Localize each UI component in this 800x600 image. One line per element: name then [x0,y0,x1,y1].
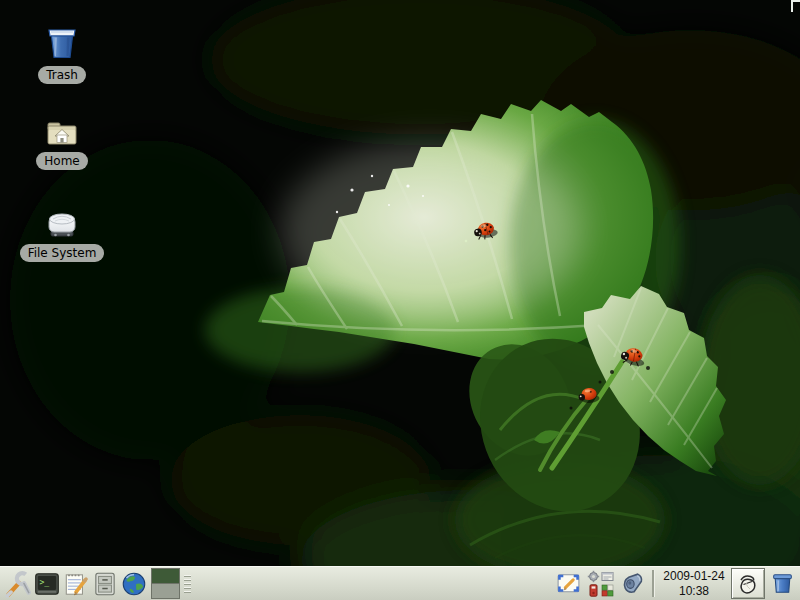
xfce-mouse-icon [735,571,761,597]
svg-text:>_: >_ [39,578,49,587]
gear-icon [587,570,600,583]
workspace-inactive[interactable] [152,584,179,598]
file-manager-launcher[interactable] [90,568,119,599]
workspace-switcher[interactable] [151,568,180,599]
clock-time: 10:38 [662,584,726,599]
notes-icon [555,570,582,597]
desktop-icon-label: Trash [38,66,86,84]
volume-tray-button[interactable] [618,568,647,599]
system-tray [587,570,614,597]
desktop-icon-label: File System [20,244,105,262]
speaker-icon [619,570,646,597]
tray-gear-button[interactable] [587,570,600,583]
tray-device-button[interactable] [587,584,600,597]
tray-monitor-button[interactable] [601,570,614,583]
terminal-icon: >_ [33,570,61,598]
text-editor-launcher[interactable] [61,568,90,599]
panel-right-group: 2009-01-24 10:38 [554,567,797,600]
panel-handle[interactable] [184,575,191,593]
desktop-icon-home[interactable]: Home [27,118,97,170]
panel-left-group: >_ [3,567,195,600]
red-device-icon [587,584,600,597]
screen-corner-artifact [791,0,800,12]
mini-window-icon [601,570,614,583]
tray-package-button[interactable] [601,584,614,597]
desktop-icon-filesystem[interactable]: File System [22,208,102,262]
wrench-screwdriver-icon [4,570,32,598]
trash-applet-button[interactable] [768,568,797,599]
globe-icon [120,570,148,598]
clock-date: 2009-01-24 [662,569,726,584]
file-cabinet-icon [91,570,119,598]
workspace-active[interactable] [152,569,179,584]
panel-clock[interactable]: 2009-01-24 10:38 [660,569,728,599]
taskbar-panel: >_ [0,566,800,600]
trash-can-icon [44,26,80,62]
web-browser-launcher[interactable] [119,568,148,599]
notes-tray-button[interactable] [554,568,583,599]
xfce-menu-button[interactable] [731,568,765,599]
settings-launcher[interactable] [3,568,32,599]
desktop-background[interactable]: Trash Home File System [0,0,800,600]
desktop-icon-trash[interactable]: Trash [27,26,97,84]
trash-can-icon [769,570,796,597]
harddrive-icon [44,208,80,240]
terminal-launcher[interactable]: >_ [32,568,61,599]
panel-separator [652,570,655,597]
home-folder-icon [45,118,79,148]
notepad-pencil-icon [62,570,90,598]
desktop-icon-label: Home [36,152,87,170]
package-grid-icon [601,584,614,597]
wallpaper-image [0,0,800,600]
